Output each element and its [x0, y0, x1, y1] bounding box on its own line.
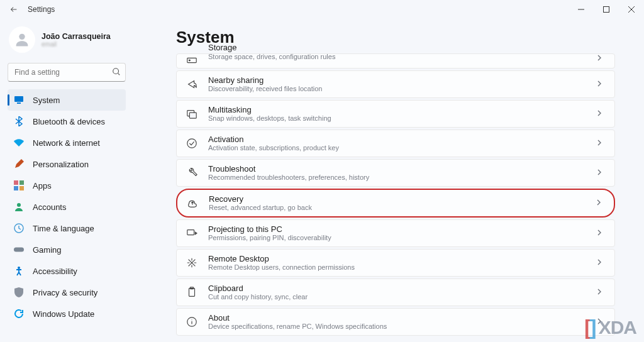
main-panel: System Storage Storage space, drives, co… [132, 19, 644, 342]
settings-row-remote-desktop[interactable]: Remote Desktop Remote Desktop users, con… [176, 249, 615, 277]
bluetooth-icon [14, 116, 24, 126]
sidebar-item-accounts[interactable]: Accounts [8, 196, 126, 218]
svg-rect-11 [14, 247, 24, 251]
sidebar-item-personalization[interactable]: Personalization [8, 153, 126, 175]
row-texts: Remote Desktop Remote Desktop users, con… [208, 254, 596, 272]
row-title: Storage [208, 43, 596, 53]
row-subtitle: Remote Desktop users, connection permiss… [208, 263, 596, 272]
chevron-right-icon [596, 80, 603, 89]
svg-rect-4 [17, 102, 21, 104]
close-button[interactable] [619, 1, 644, 18]
row-texts: Projecting to this PC Permissions, pairi… [208, 224, 596, 243]
row-subtitle: Snap windows, desktops, task switching [208, 114, 596, 123]
check-icon [186, 137, 198, 150]
row-subtitle: Reset, advanced startup, go back [209, 204, 595, 212]
back-button[interactable] [9, 4, 19, 14]
maximize-button[interactable] [594, 1, 619, 18]
settings-row-recovery[interactable]: Recovery Reset, advanced startup, go bac… [176, 189, 615, 218]
remote-icon [186, 256, 198, 269]
row-texts: Activation Activation state, subscriptio… [208, 135, 596, 153]
chevron-right-icon [596, 54, 603, 63]
profile-block[interactable]: João Carrasqueira email [8, 23, 126, 62]
project-icon [186, 227, 198, 240]
sidebar-item-windows-update[interactable]: Windows Update [8, 303, 126, 324]
row-texts: Multitasking Snap windows, desktops, tas… [208, 105, 596, 123]
sidebar-item-time-language[interactable]: Time & language [8, 218, 126, 239]
chevron-right-icon [595, 199, 602, 208]
row-title: Clipboard [208, 284, 596, 294]
row-title: Nearby sharing [208, 75, 596, 86]
row-subtitle: Device specifications, rename PC, Window… [208, 323, 596, 331]
sidebar-item-label: Network & internet [33, 138, 100, 148]
row-title: Activation [208, 135, 596, 145]
window-controls [569, 1, 644, 18]
chevron-right-icon [596, 168, 603, 178]
svg-rect-16 [189, 113, 196, 118]
sidebar-item-gaming[interactable]: Gaming [8, 239, 126, 260]
svg-rect-5 [14, 180, 18, 185]
settings-row-multitasking[interactable]: Multitasking Snap windows, desktops, tas… [176, 100, 615, 128]
nav-list: System Bluetooth & devices Network & int… [8, 89, 126, 324]
row-title: Remote Desktop [208, 254, 596, 264]
sidebar-item-system[interactable]: System [8, 89, 126, 111]
search-container [8, 63, 126, 82]
sidebar-item-label: Gaming [33, 245, 62, 255]
svg-rect-7 [14, 186, 18, 190]
app-title: Settings [28, 5, 55, 14]
info-icon [186, 316, 198, 328]
recovery-icon [186, 197, 199, 209]
shield-icon [14, 287, 24, 297]
row-title: Multitasking [208, 105, 596, 115]
storage-icon [186, 54, 198, 67]
display-icon [14, 95, 24, 105]
settings-row-projecting-to-this-pc[interactable]: Projecting to this PC Permissions, pairi… [176, 219, 615, 247]
minimize-button[interactable] [569, 1, 594, 18]
svg-rect-6 [19, 180, 24, 185]
search-input[interactable] [8, 63, 126, 82]
wifi-icon [14, 138, 24, 148]
sidebar-item-accessibility[interactable]: Accessibility [8, 260, 126, 282]
svg-rect-19 [189, 289, 195, 297]
sidebar-item-label: Time & language [33, 224, 94, 233]
row-title: Troubleshoot [208, 164, 596, 174]
row-texts: Troubleshoot Recommended troubleshooters… [208, 164, 596, 182]
settings-row-about[interactable]: About Device specifications, rename PC, … [176, 308, 615, 336]
row-texts: Storage Storage space, drives, configura… [208, 43, 596, 61]
row-subtitle: Discoverability, received files location [208, 85, 596, 93]
svg-rect-8 [19, 186, 24, 190]
brush-icon [14, 159, 24, 169]
apps-icon [14, 180, 24, 190]
sidebar-item-privacy-security[interactable]: Privacy & security [8, 282, 126, 303]
gamepad-icon [14, 245, 24, 255]
sidebar-item-bluetooth-devices[interactable]: Bluetooth & devices [8, 111, 126, 132]
titlebar: Settings [0, 0, 644, 19]
svg-point-14 [189, 60, 191, 61]
settings-row-nearby-sharing[interactable]: Nearby sharing Discoverability, received… [176, 70, 615, 98]
svg-point-12 [18, 267, 20, 269]
row-subtitle: Permissions, pairing PIN, discoverabilit… [208, 234, 596, 242]
search-icon [112, 67, 121, 78]
sidebar-item-network-internet[interactable]: Network & internet [8, 132, 126, 153]
watermark-logo: []XDA [584, 315, 636, 339]
settings-row-activation[interactable]: Activation Activation state, subscriptio… [176, 130, 615, 157]
row-subtitle: Recommended troubleshooters, preferences… [208, 174, 596, 182]
update-icon [14, 309, 24, 319]
clock-icon [14, 223, 24, 233]
svg-point-1 [19, 34, 25, 40]
svg-rect-3 [14, 96, 23, 102]
multitask-icon [186, 108, 198, 120]
row-texts: About Device specifications, rename PC, … [208, 313, 596, 331]
chevron-right-icon [596, 288, 603, 297]
svg-point-9 [17, 203, 21, 207]
share-icon [186, 78, 198, 91]
sidebar-item-label: Accessibility [33, 267, 77, 276]
svg-rect-0 [604, 7, 609, 13]
chevron-right-icon [596, 109, 603, 119]
chevron-right-icon [596, 139, 603, 148]
sidebar-item-apps[interactable]: Apps [8, 175, 126, 196]
wrench-icon [186, 167, 198, 179]
settings-row-clipboard[interactable]: Clipboard Cut and copy history, sync, cl… [176, 279, 615, 306]
row-title: Recovery [209, 194, 595, 204]
settings-row-troubleshoot[interactable]: Troubleshoot Recommended troubleshooters… [176, 159, 615, 187]
settings-row-storage[interactable]: Storage Storage space, drives, configura… [176, 53, 615, 69]
